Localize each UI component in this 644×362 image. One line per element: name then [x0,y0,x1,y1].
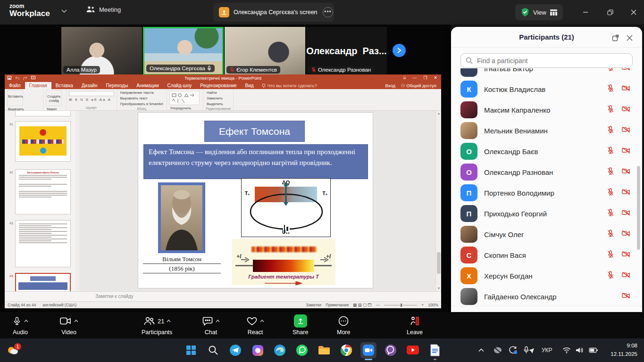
ribbon-button[interactable]: Преобразовать в SmartArt [119,101,164,107]
close-panel-icon[interactable] [624,33,635,43]
ppt-tab[interactable]: Главная [25,82,51,89]
ppt-restore-button[interactable]: ❐ [423,75,427,81]
viber-icon[interactable] [383,342,399,358]
participant-row[interactable]: Гайдаенко Олександр [451,286,642,307]
taskbar-clock[interactable]: 9:08 12.11.2025 [611,341,637,359]
thomson-circuit-diagram[interactable]: ΔQ T₁ T₂ U₁₂ [241,178,331,237]
word-document-icon[interactable] [427,342,443,358]
zoom-in-button[interactable]: + [421,303,424,307]
zoom-app-icon[interactable] [360,342,376,358]
tab-screen-share[interactable]: Олександра Сергєєва's screen [213,3,334,22]
ppt-tab[interactable]: Дизайн [77,82,102,89]
tray-mic-location-icon[interactable] [524,342,534,358]
shapes-gallery[interactable] [169,91,200,105]
view-buttons[interactable]: ▦ ▤ ▢ 🗔 [353,303,372,307]
chevron-up-icon[interactable] [74,320,78,322]
slide-title[interactable]: Ефект Томсона [204,121,305,142]
view-button[interactable]: View [515,4,563,20]
chevron-down-icon[interactable] [61,9,67,13]
ppt-tab[interactable]: Переходы [101,82,132,89]
leave-button[interactable]: Leave [407,314,423,336]
volume-icon[interactable] [576,342,584,358]
tab-meeting[interactable]: Meeting [86,6,121,13]
whatsapp-icon[interactable] [294,342,310,358]
file-explorer-icon[interactable] [316,342,332,358]
participant-row[interactable]: ХХерсун Богдан [451,265,642,286]
ribbon-button[interactable]: Найти [206,90,224,95]
video-tile[interactable]: Алла Мазур [61,27,142,75]
chat-button[interactable]: Chat [202,314,220,336]
slide-scrollbar[interactable]: ▲ ▼ [435,111,441,291]
video-tile-active-speaker[interactable]: Олександра Сергєєва [143,27,224,75]
ribbon-button[interactable]: Заменить [206,96,224,101]
ppt-minimize-button[interactable]: — [412,75,417,81]
language-indicator[interactable]: английский (США) [42,303,76,307]
participant-row[interactable]: Мельник Вениамин [451,120,642,141]
ppt-tab[interactable]: Анимации [132,82,163,89]
slide-thumbnail-panel[interactable]: 41 42 Застосування ефекту Пельтьє 43 [5,111,79,291]
thomson-portrait[interactable] [158,182,205,253]
tray-camera-off-icon[interactable] [493,342,502,358]
participant-search[interactable] [460,53,633,68]
video-tile[interactable]: Олександр Раз... Олександр Разнован [306,27,387,75]
youtube-icon[interactable] [405,342,421,358]
slide-thumbnail[interactable] [15,111,71,116]
chevron-up-icon[interactable] [167,320,171,322]
zoom-out-button[interactable]: — [376,303,380,307]
popout-icon[interactable] [610,33,620,43]
ribbon-button[interactable]: Вставить [7,90,23,106]
telegram-icon[interactable] [227,342,243,358]
wifi-icon[interactable] [562,342,571,358]
comments-toggle[interactable]: Примечания [326,303,349,307]
ribbon-button[interactable]: Упорядочить [169,106,201,111]
tell-me-box[interactable]: Что вы хотите сделать? [258,82,321,89]
temperature-gradient-figure[interactable]: +I +I Градиент температуры Т [232,239,335,285]
participant-row[interactable]: ППортенко Володимир [451,182,642,203]
ppt-share-button[interactable]: ⚇ Общий доступ [401,83,436,88]
zoom-percent[interactable]: 100% [428,303,438,307]
ribbon-button[interactable]: Направление текста [119,90,164,95]
chevron-up-icon[interactable] [260,320,264,322]
start-button[interactable] [183,342,199,358]
weather-widget[interactable]: 1 [5,342,21,358]
ribbon-button[interactable]: Выровнять текст [119,96,164,101]
ppt-close-button[interactable]: ✕ [434,75,437,81]
notes-pane[interactable]: Заметки к слайду [5,291,441,301]
participant-row[interactable]: ККостюк Владислав [451,79,642,99]
participant-row[interactable]: Сімчук Олег [451,224,642,245]
search-input[interactable] [460,53,633,68]
slide-thumbnail-selected[interactable] [15,273,71,291]
video-tile[interactable]: Єгор Клементєв [225,27,305,75]
next-videos-button[interactable] [393,44,406,57]
react-button[interactable]: React [246,314,264,336]
more-button[interactable]: More [337,314,350,336]
ppt-tab[interactable]: Вид [241,82,258,89]
participant-row[interactable]: ООлександр Баєв [451,141,642,162]
search-taskbar-icon[interactable] [205,342,221,358]
participant-row[interactable]: ССкопин Вася [451,245,642,265]
copilot-icon[interactable] [250,342,266,358]
ribbon-options-icon[interactable]: ⌸ [403,75,406,81]
notes-toggle[interactable]: Заметки [306,303,322,307]
font-style-buttons[interactable]: Ж К Ч S аб Аа А [69,98,114,102]
ribbon-button[interactable]: Выделить [206,101,224,107]
zoom-slider[interactable] [384,305,417,305]
slide-thumbnail[interactable]: Застосування ефекту Пельтьє [15,169,71,214]
audio-button[interactable]: Audio [12,314,28,336]
slide-thumbnail[interactable] [15,220,71,267]
participant-row[interactable]: ООлександр Разнован [451,162,642,182]
slide-page[interactable]: Ефект Томсона Ефект Томсона — виділення … [138,113,373,288]
battery-icon[interactable] [589,342,598,358]
chevron-up-icon[interactable] [24,320,28,322]
font-name-box[interactable] [69,91,114,96]
ppt-tab[interactable]: Файл [5,82,25,89]
edge-icon[interactable] [272,342,288,358]
share-button[interactable]: Share [293,314,308,336]
thumbnail-scrollbar[interactable] [75,111,79,291]
participants-scrollbar[interactable] [637,166,640,250]
participants-button[interactable]: 21 Participants [142,314,172,336]
close-button[interactable] [627,7,640,18]
ppt-tab[interactable]: Рецензирование [196,82,241,89]
slide-thumbnail[interactable] [15,121,71,162]
ppt-tab[interactable]: Вставка [51,82,77,89]
